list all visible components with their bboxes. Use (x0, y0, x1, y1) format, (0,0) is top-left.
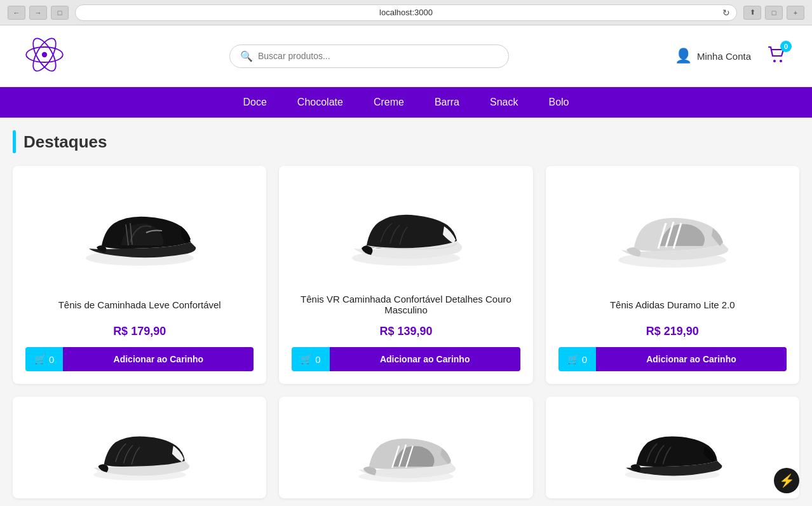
shoe-image-4 (76, 409, 203, 486)
cart-qty-button-3[interactable]: 🛒 0 (558, 347, 596, 371)
section-title: Destaques (24, 132, 107, 152)
add-to-cart-row-3: 🛒 0 Adicionar ao Carinho (558, 347, 787, 371)
react-logo-icon (25, 36, 64, 76)
lightning-icon: ⚡ (779, 473, 795, 488)
product-price-3: R$ 219,90 (646, 325, 699, 338)
nav-item-bolo[interactable]: Bolo (548, 92, 569, 113)
product-card-2: Tênis VR Caminhada Confortável Detalhes … (279, 166, 532, 384)
cart-button[interactable]: 0 (766, 44, 787, 67)
cart-qty-button-1[interactable]: 🛒 0 (25, 347, 63, 371)
shoe-image-2 (336, 185, 476, 274)
product-name-1: Tênis de Caminhada Leve Confortável (58, 291, 221, 318)
lightning-button[interactable]: ⚡ (774, 468, 799, 493)
browser-chrome: ← → □ localhost:3000 ↻ ⬆ □ + (0, 0, 812, 25)
product-card-5 (279, 397, 532, 498)
nav-item-barra[interactable]: Barra (435, 92, 459, 113)
search-icon: 🔍 (240, 50, 253, 62)
product-image-3 (558, 179, 787, 280)
product-price-1: R$ 179,90 (113, 325, 166, 338)
add-to-cart-row-2: 🛒 0 Adicionar ao Carinho (292, 347, 520, 371)
header: 🔍 👤 Minha Conta 0 (0, 25, 812, 87)
forward-button[interactable]: → (29, 6, 47, 20)
add-cart-button-3[interactable]: Adicionar ao Carinho (596, 347, 787, 371)
product-image-1 (25, 179, 254, 280)
add-to-cart-row-1: 🛒 0 Adicionar ao Carinho (25, 347, 254, 371)
qty-count-2: 0 (315, 354, 320, 365)
share-button[interactable]: ⬆ (743, 6, 761, 20)
nav-item-chocolate[interactable]: Chocolate (297, 92, 343, 113)
search-input[interactable] (258, 51, 498, 61)
address-bar[interactable]: localhost:3000 ↻ (75, 4, 737, 21)
section-accent-bar (13, 130, 16, 153)
nav-item-creme[interactable]: Creme (374, 92, 404, 113)
product-card-4 (13, 397, 266, 498)
browser-nav-buttons[interactable]: ← → □ (8, 6, 69, 20)
shoe-image-5 (342, 409, 470, 486)
url-text: localhost:3000 (76, 8, 736, 17)
nav-item-snack[interactable]: Snack (490, 92, 518, 113)
add-cart-button-1[interactable]: Adicionar ao Carinho (63, 347, 254, 371)
add-cart-button-2[interactable]: Adicionar ao Carinho (330, 347, 520, 371)
cart-icon-small-3: 🛒 (567, 353, 579, 365)
product-card-6 (546, 397, 799, 498)
account-label: Minha Conta (697, 51, 751, 62)
products-grid-row2 (13, 397, 799, 498)
back-button[interactable]: ← (8, 6, 25, 20)
header-right: 👤 Minha Conta 0 (675, 44, 787, 67)
cart-icon-small-1: 🛒 (34, 353, 46, 365)
product-image-2 (292, 179, 520, 280)
logo[interactable] (25, 36, 64, 76)
svg-point-3 (42, 52, 47, 57)
cart-icon-small-2: 🛒 (301, 353, 313, 365)
shoe-image-6 (609, 409, 736, 486)
new-tab-button[interactable]: + (787, 6, 804, 20)
product-card-3: Tênis Adidas Duramo Lite 2.0 R$ 219,90 🛒… (546, 166, 799, 384)
svg-point-5 (780, 60, 782, 62)
section-header: Destaques (13, 130, 799, 153)
product-card-1: Tênis de Caminhada Leve Confortável R$ 1… (13, 166, 266, 384)
product-name-2: Tênis VR Caminhada Confortável Detalhes … (292, 291, 520, 318)
user-icon: 👤 (675, 48, 692, 64)
qty-count-3: 0 (582, 354, 587, 365)
cart-count-badge: 0 (780, 41, 792, 52)
reload-button[interactable]: ↻ (722, 8, 730, 18)
tab-view-button[interactable]: □ (51, 6, 69, 20)
browser-action-buttons[interactable]: ⬆ □ + (743, 6, 804, 20)
search-bar[interactable]: 🔍 (229, 44, 509, 68)
products-grid: Tênis de Caminhada Leve Confortável R$ 1… (13, 166, 799, 384)
cart-qty-button-2[interactable]: 🛒 0 (292, 347, 329, 371)
product-price-2: R$ 139,90 (379, 325, 432, 338)
nav-item-doce[interactable]: Doce (243, 92, 266, 113)
account-button[interactable]: 👤 Minha Conta (675, 48, 751, 64)
shoe-image-3 (602, 185, 742, 274)
main-content: Destaques (0, 118, 812, 506)
nav-bar: Doce Chocolate Creme Barra Snack Bolo (0, 87, 812, 118)
shoe-image-1 (70, 185, 210, 274)
expand-button[interactable]: □ (765, 6, 783, 20)
svg-point-4 (773, 60, 776, 62)
qty-count-1: 0 (49, 354, 54, 365)
product-name-3: Tênis Adidas Duramo Lite 2.0 (610, 291, 735, 318)
